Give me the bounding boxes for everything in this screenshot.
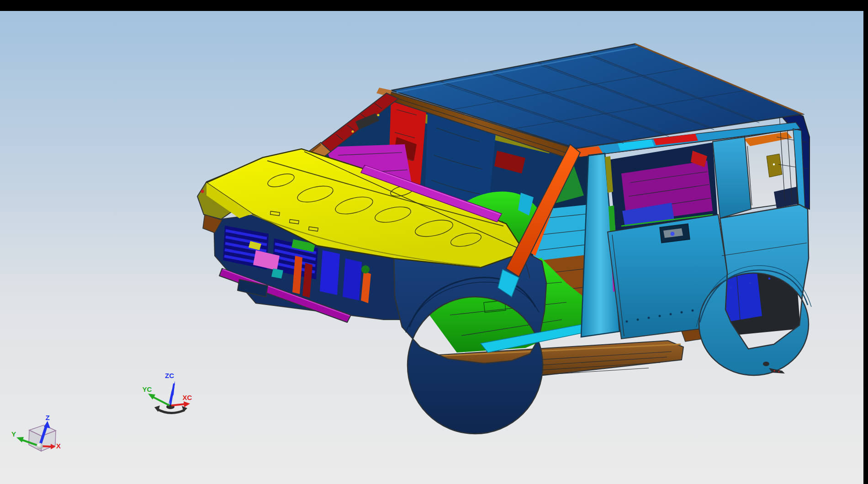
wcs-x-axis[interactable]: XC xyxy=(171,394,192,407)
wcs-y-label: YC xyxy=(143,385,152,393)
wcs-x-label: XC xyxy=(183,394,192,401)
body-in-white-model[interactable]: ZC YC XC Z xyxy=(0,0,868,484)
wcs-z-label: ZC xyxy=(165,372,174,379)
cad-window: ZC YC XC Z xyxy=(0,0,868,484)
absolute-triad: Z Y X xyxy=(11,414,61,451)
wcs-triad[interactable]: ZC YC XC xyxy=(143,372,192,413)
abs-x-label: X xyxy=(56,442,61,450)
abs-z-label: Z xyxy=(45,414,49,421)
abs-y-label: Y xyxy=(11,430,16,438)
abs-origin-sphere xyxy=(37,443,43,449)
wcs-z-axis[interactable]: ZC xyxy=(165,372,175,405)
wcs-y-axis[interactable]: YC xyxy=(143,385,169,405)
